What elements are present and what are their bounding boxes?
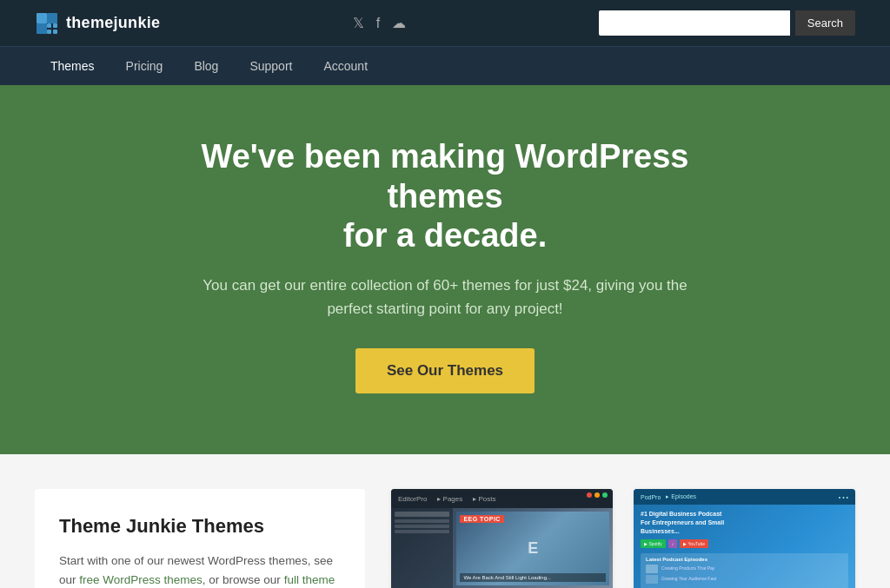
rss-icon[interactable]: ☁ [392,15,406,31]
logo-icon [35,11,59,36]
svg-rect-0 [37,13,47,23]
nav-item-pricing[interactable]: Pricing [110,47,179,85]
facebook-icon[interactable]: f [376,16,380,31]
svg-rect-2 [37,23,47,34]
search-input[interactable] [599,10,790,36]
thumb-topbar: EditorPro ▸ Pages ▸ Posts [391,489,613,508]
header-top: themejunkie 𝕏 f ☁ Search [0,0,890,46]
logo[interactable]: themejunkie [35,11,160,36]
editorpro-thumbnail: EditorPro ▸ Pages ▸ Posts [391,489,613,588]
hero-title: We've been making WordPress themesfor a … [149,137,741,256]
left-card: Theme Junkie Themes Start with one of ou… [35,489,365,588]
social-icons: 𝕏 f ☁ [353,15,406,31]
see-our-themes-button[interactable]: See Our Themes [355,348,535,393]
nav-item-account[interactable]: Account [308,47,383,85]
nav-item-blog[interactable]: Blog [178,47,234,85]
search-area: Search [599,10,855,36]
svg-rect-1 [47,13,57,23]
nav-item-support[interactable]: Support [234,47,308,85]
logo-text: themejunkie [66,14,160,32]
content-section: Theme Junkie Themes Start with one of ou… [0,454,890,588]
theme-cards: EditorPro ▸ Pages ▸ Posts [391,489,855,588]
svg-rect-6 [53,30,57,34]
svg-rect-4 [53,23,57,28]
nav-bar: Themes Pricing Blog Support Account [0,46,890,85]
twitter-icon[interactable]: 𝕏 [353,15,364,31]
svg-rect-5 [47,30,51,34]
para1-mid: , or browse our [203,573,284,586]
search-button[interactable]: Search [795,10,855,36]
free-themes-link[interactable]: free WordPress themes [79,573,203,586]
podpro-thumbnail: PodPro ▸ Episodes • • • #1 Digital Busin… [634,489,855,588]
hero-section: We've been making WordPress themesfor a … [0,85,890,454]
svg-rect-3 [47,23,51,28]
theme-card-editorpro[interactable]: EditorPro ▸ Pages ▸ Posts [391,489,613,588]
theme-card-podpro[interactable]: PodPro ▸ Episodes • • • #1 Digital Busin… [634,489,855,588]
left-card-title: Theme Junkie Themes [59,515,341,538]
nav-item-themes[interactable]: Themes [35,47,110,85]
pod-topbar: PodPro ▸ Episodes • • • [634,489,855,505]
left-card-para1: Start with one of our newest WordPress t… [59,552,341,588]
hero-subtitle: You can get our entire collection of 60+… [193,274,697,320]
